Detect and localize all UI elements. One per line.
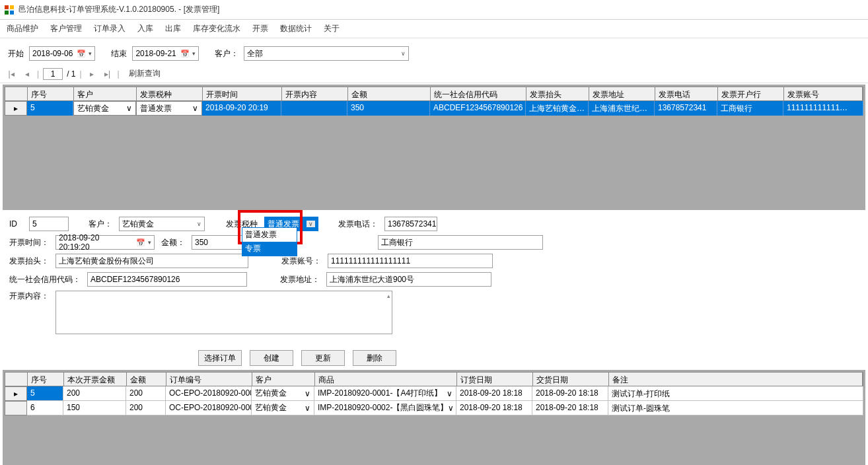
uscc-field[interactable]: ABCDEF1234567890126 [87,272,247,287]
menu-in[interactable]: 入库 [137,23,153,34]
menu-out[interactable]: 出库 [165,23,181,34]
cell-odate[interactable]: 2018-09-20 18:18 [456,401,532,415]
col2-order[interactable]: 订单编号 [166,373,252,386]
separator: | [37,69,39,79]
select-order-button[interactable]: 选择订单 [198,350,242,366]
col-title[interactable]: 发票抬头 [526,87,589,100]
grid-row[interactable]: ▸ 5 艺铂黄金∨ 普通发票∨ 2018-09-20 20:19 350 ABC… [5,101,863,116]
cell-account[interactable]: 111111111111… [783,101,863,116]
id-field[interactable]: 5 [29,217,69,231]
phone-label: 发票电话： [338,219,378,230]
first-page-button[interactable]: |◂ [5,68,17,80]
menu-stats[interactable]: 数据统计 [280,23,312,34]
cell-seq[interactable]: 5 [27,101,73,116]
acct-field[interactable]: 111111111111111111 [328,254,493,268]
col-seq[interactable]: 序号 [28,87,74,100]
cell-content[interactable] [281,101,347,116]
col-tax[interactable]: 发票税种 [137,87,203,100]
col-account[interactable]: 发票账号 [784,87,863,100]
cell-title[interactable]: 上海艺铂黄金… [526,101,589,116]
chevron-down-icon: ∨ [307,221,315,227]
cell-ddate[interactable]: 2018-09-20 18:18 [532,386,608,401]
col2-odate[interactable]: 订货日期 [457,373,533,386]
menu-product[interactable]: 商品维护 [7,23,38,34]
cell-prod[interactable]: IMP-20180920-0002-【黑白圆珠笔】∨ [314,401,456,415]
cell-order[interactable]: OC-EPO-20180920-0001 [166,386,252,401]
cell-customer[interactable]: 艺铂黄金∨ [73,101,136,116]
content-textarea[interactable]: ▴ [55,291,392,334]
cell-order[interactable]: OC-EPO-20180920-0002 [166,401,252,415]
tax-dropdown-list[interactable]: 普通发票 专票 [242,227,297,256]
cell-remark[interactable]: 测试订单-打印纸 [608,386,863,401]
cell-remark[interactable]: 测试订单-圆珠笔 [608,401,863,415]
addr-field[interactable]: 上海浦东世纪大道900号 [326,272,491,287]
cell-amt[interactable]: 200 [126,386,166,401]
col2-inv[interactable]: 本次开票金额 [64,373,127,386]
last-page-button[interactable]: ▸| [102,68,114,80]
cell-prod[interactable]: IMP-20180920-0001-【A4打印纸】∨ [314,386,456,401]
acct-label: 发票账号： [281,256,321,267]
col-bank[interactable]: 发票开户行 [718,87,784,100]
cell-uscc[interactable]: ABCDEF1234567890126 [430,101,526,116]
cell-amt[interactable]: 200 [126,401,166,415]
cust-select[interactable]: 艺铂黄金∨ [119,217,205,231]
col-uscc[interactable]: 统一社会信用代码 [431,87,526,100]
prev-page-button[interactable]: ◂ [21,68,33,80]
page-input[interactable]: 1 [43,68,63,80]
update-button[interactable]: 更新 [301,350,345,366]
refresh-button[interactable]: 刷新查询 [129,68,161,79]
col2-ddate[interactable]: 交货日期 [533,373,609,386]
time-input[interactable]: 2018-09-20 20:19:20📅▾ [55,235,155,250]
col2-cust[interactable]: 客户 [252,373,315,386]
order-row[interactable]: 6 150 200 OC-EPO-20180920-0002 艺铂黄金∨ IMP… [5,401,863,415]
cell-cust[interactable]: 艺铂黄金∨ [252,386,314,401]
end-date-input[interactable]: 2018-09-21 📅 ▾ [132,46,198,61]
start-label: 开始 [8,48,24,59]
order-row[interactable]: ▸ 5 200 200 OC-EPO-20180920-0001 艺铂黄金∨ I… [5,386,863,401]
col-customer[interactable]: 客户 [74,87,137,100]
menu-order-entry[interactable]: 订单录入 [94,23,126,34]
col2-prod[interactable]: 商品 [315,373,457,386]
title-field[interactable]: 上海艺铂黄金股份有限公司 [55,254,248,268]
col-amount[interactable]: 金额 [348,87,431,100]
col2-seq[interactable]: 序号 [28,373,64,386]
customer-select[interactable]: 全部 ∨ [244,46,409,61]
bank-field[interactable]: 工商银行 [378,235,543,250]
cell-tax[interactable]: 普通发票∨ [136,101,202,116]
action-buttons: 选择订单 创建 更新 删除 [198,345,396,369]
invoice-grid: 序号 客户 发票税种 开票时间 开票内容 金额 统一社会信用代码 发票抬头 发票… [3,85,865,210]
menu-customer[interactable]: 客户管理 [50,23,82,34]
delete-button[interactable]: 删除 [353,350,396,366]
col-time[interactable]: 开票时间 [203,87,282,100]
phone-field[interactable]: 13678572341 [384,217,437,231]
start-date-input[interactable]: 2018-09-06 📅 ▾ [29,46,95,61]
cell-bank[interactable]: 工商银行 [717,101,783,116]
col2-remark[interactable]: 备注 [609,373,863,386]
col-addr[interactable]: 发票地址 [589,87,655,100]
cell-addr[interactable]: 上海浦东世纪… [589,101,655,116]
tax-option-special[interactable]: 专票 [242,242,297,256]
create-button[interactable]: 创建 [250,350,293,366]
cell-time[interactable]: 2018-09-20 20:19 [202,101,281,116]
next-page-button[interactable]: ▸ [86,68,98,80]
menu-stock[interactable]: 库存变化流水 [193,23,240,34]
cell-ddate[interactable]: 2018-09-20 18:18 [532,401,608,415]
cell-odate[interactable]: 2018-09-20 18:18 [456,386,532,401]
menu-invoice[interactable]: 开票 [252,23,268,34]
customer-value: 全部 [247,48,263,59]
page-total: / 1 [67,69,75,79]
cell-inv[interactable]: 200 [63,386,126,401]
cell-inv[interactable]: 150 [63,401,126,415]
tax-option-normal[interactable]: 普通发票 [242,228,297,242]
cell-phone[interactable]: 13678572341 [655,101,717,116]
cell-seq[interactable]: 5 [27,386,63,401]
cell-seq[interactable]: 6 [27,401,63,415]
col-phone[interactable]: 发票电话 [655,87,718,100]
col2-amt[interactable]: 金额 [127,373,166,386]
cell-amount[interactable]: 350 [347,101,430,116]
chevron-down-icon: ∨ [447,389,452,398]
cell-cust[interactable]: 艺铂黄金∨ [252,401,314,415]
amount-label: 金额： [161,237,185,248]
menu-about[interactable]: 关于 [324,23,340,34]
col-content[interactable]: 开票内容 [282,87,348,100]
